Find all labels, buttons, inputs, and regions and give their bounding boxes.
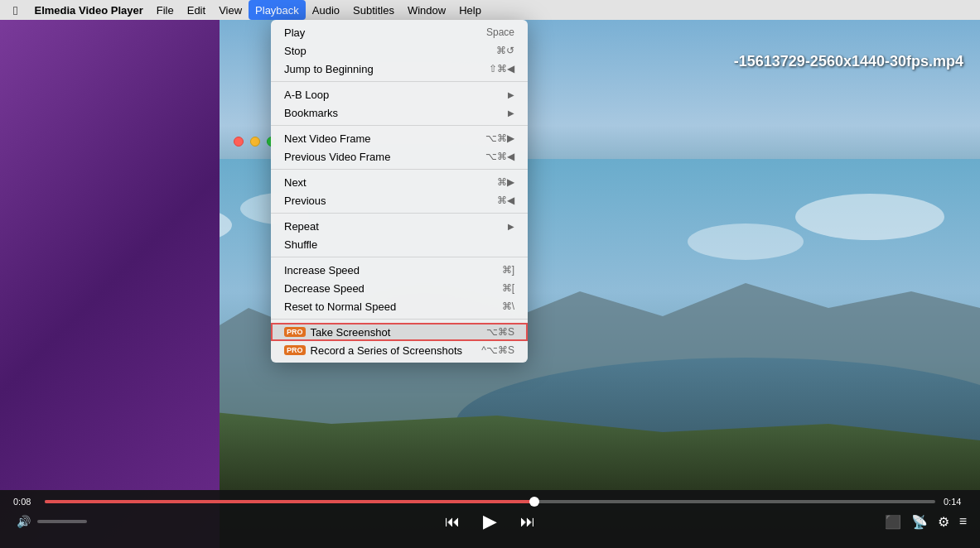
- menu-item-play[interactable]: Play Space: [271, 23, 528, 41]
- close-button[interactable]: [234, 137, 244, 147]
- apple-menu[interactable]: : [7, 0, 27, 20]
- next-shortcut: ⌘▶: [497, 176, 514, 188]
- repeat-label: Repeat: [284, 220, 319, 233]
- menu-item-next[interactable]: Next ⌘▶: [271, 173, 528, 191]
- subtitles-menu[interactable]: Subtitles: [346, 0, 401, 20]
- decrease-speed-shortcut: ⌘[: [502, 282, 514, 294]
- record-screenshots-label: PRO Record a Series of Screenshots: [284, 344, 462, 357]
- play-pause-button[interactable]: ▶: [480, 507, 500, 536]
- apple-logo-icon: : [13, 3, 17, 17]
- ab-loop-arrow-icon: ▶: [508, 90, 514, 99]
- jump-beginning-label: Jump to Beginning: [284, 63, 374, 75]
- airplay-audio-icon[interactable]: 📡: [911, 514, 928, 530]
- progress-fill: [45, 500, 534, 503]
- increase-speed-shortcut: ⌘]: [502, 264, 514, 276]
- separator-5: [271, 257, 528, 257]
- menu-item-shuffle[interactable]: Shuffle: [271, 235, 528, 253]
- separator-2: [271, 125, 528, 126]
- shuffle-label: Shuffle: [284, 238, 317, 251]
- menu-item-reset-speed[interactable]: Reset to Normal Speed ⌘\: [271, 297, 528, 315]
- menu-item-decrease-speed[interactable]: Decrease Speed ⌘[: [271, 279, 528, 297]
- playback-menu-label: Playback: [255, 4, 299, 17]
- controls-row: 🔊 ⏮ ▶ ⏭ ⬛ 📡 ⚙ ≡: [13, 512, 967, 531]
- controls-right: ⬛ 📡 ⚙ ≡: [885, 514, 967, 530]
- playlist-icon[interactable]: ≡: [959, 514, 967, 529]
- file-menu-label: File: [157, 4, 174, 17]
- ab-loop-label: A-B Loop: [284, 89, 329, 101]
- separator-4: [271, 213, 528, 214]
- edit-menu-label: Edit: [187, 4, 205, 17]
- increase-speed-label: Increase Speed: [284, 264, 360, 276]
- total-time: 0:14: [944, 497, 967, 507]
- previous-shortcut: ⌘◀: [497, 195, 514, 206]
- menu-item-ab-loop[interactable]: A-B Loop ▶: [271, 85, 528, 103]
- menu-item-increase-speed[interactable]: Increase Speed ⌘]: [271, 261, 528, 279]
- previous-label: Previous: [284, 195, 326, 207]
- separator-1: [271, 81, 528, 82]
- menu-item-stop[interactable]: Stop ⌘↺: [271, 41, 528, 60]
- record-screenshots-shortcut: ^⌥⌘S: [481, 344, 514, 356]
- menu-item-jump-beginning[interactable]: Jump to Beginning ⇧⌘◀: [271, 60, 528, 78]
- audio-menu-label: Audio: [312, 4, 340, 17]
- volume-bar[interactable]: [37, 520, 87, 523]
- separator-6: [271, 319, 528, 320]
- help-menu[interactable]: Help: [452, 0, 488, 20]
- airplay-icon[interactable]: ⬛: [885, 514, 901, 530]
- help-menu-label: Help: [459, 4, 481, 17]
- progress-row: 0:08 0:14: [13, 497, 967, 507]
- controls-left: 🔊: [13, 512, 87, 531]
- play-shortcut: Space: [486, 26, 514, 38]
- reset-speed-shortcut: ⌘\: [502, 300, 514, 312]
- repeat-arrow-icon: ▶: [508, 222, 514, 231]
- pro-badge-record: PRO: [284, 345, 306, 355]
- window-menu[interactable]: Window: [401, 0, 452, 20]
- separator-3: [271, 169, 528, 170]
- menubar:  Elmedia Video Player File Edit View Pl…: [0, 0, 980, 20]
- next-video-frame-label: Next Video Frame: [284, 132, 371, 145]
- progress-thumb[interactable]: [529, 497, 539, 507]
- desktop-bg: [0, 20, 220, 548]
- prev-video-frame-label: Previous Video Frame: [284, 151, 390, 163]
- app-name-label: Elmedia Video Player: [34, 4, 142, 17]
- video-filename: -15613729-2560x1440-30fps.mp4: [734, 53, 963, 70]
- subtitles-menu-label: Subtitles: [353, 4, 394, 17]
- bookmarks-arrow-icon: ▶: [508, 108, 514, 118]
- previous-track-button[interactable]: ⏮: [442, 510, 463, 534]
- take-screenshot-label: PRO Take Screenshot: [284, 326, 390, 339]
- settings-icon[interactable]: ⚙: [938, 514, 949, 530]
- menu-item-take-screenshot[interactable]: PRO Take Screenshot ⌥⌘S: [271, 323, 528, 341]
- menu-item-record-screenshots[interactable]: PRO Record a Series of Screenshots ^⌥⌘S: [271, 341, 528, 359]
- menu-item-bookmarks[interactable]: Bookmarks ▶: [271, 103, 528, 122]
- file-menu[interactable]: File: [150, 0, 181, 20]
- svg-point-6: [688, 224, 804, 260]
- controls-bar: 0:08 0:14 🔊 ⏮ ▶ ⏭ ⬛ 📡 ⚙ ≡: [0, 490, 980, 548]
- next-label: Next: [284, 176, 307, 189]
- next-track-button[interactable]: ⏭: [517, 510, 538, 534]
- minimize-button[interactable]: [250, 137, 260, 147]
- reset-speed-label: Reset to Normal Speed: [284, 300, 396, 313]
- controls-center: ⏮ ▶ ⏭: [442, 507, 538, 536]
- menu-item-prev-video-frame[interactable]: Previous Video Frame ⌥⌘◀: [271, 147, 528, 166]
- prev-video-frame-shortcut: ⌥⌘◀: [485, 151, 514, 162]
- svg-point-7: [795, 194, 944, 240]
- view-menu[interactable]: View: [212, 0, 249, 20]
- decrease-speed-label: Decrease Speed: [284, 282, 364, 295]
- play-label: Play: [284, 26, 305, 39]
- window-menu-label: Window: [408, 4, 446, 17]
- pro-badge-screenshot: PRO: [284, 327, 306, 337]
- volume-button[interactable]: 🔊: [13, 512, 34, 531]
- current-time: 0:08: [13, 497, 36, 507]
- playback-menu-trigger[interactable]: Playback: [249, 0, 306, 20]
- stop-label: Stop: [284, 45, 307, 57]
- app-name-menu[interactable]: Elmedia Video Player: [27, 0, 149, 20]
- next-video-frame-shortcut: ⌥⌘▶: [485, 132, 514, 144]
- menu-item-previous[interactable]: Previous ⌘◀: [271, 191, 528, 209]
- menu-item-next-video-frame[interactable]: Next Video Frame ⌥⌘▶: [271, 129, 528, 147]
- audio-menu[interactable]: Audio: [306, 0, 346, 20]
- progress-track[interactable]: [45, 500, 935, 503]
- edit-menu[interactable]: Edit: [181, 0, 212, 20]
- jump-beginning-shortcut: ⇧⌘◀: [489, 63, 514, 75]
- menu-item-repeat[interactable]: Repeat ▶: [271, 217, 528, 235]
- view-menu-label: View: [219, 4, 242, 17]
- playback-dropdown-menu: Play Space Stop ⌘↺ Jump to Beginning ⇧⌘◀…: [271, 20, 528, 363]
